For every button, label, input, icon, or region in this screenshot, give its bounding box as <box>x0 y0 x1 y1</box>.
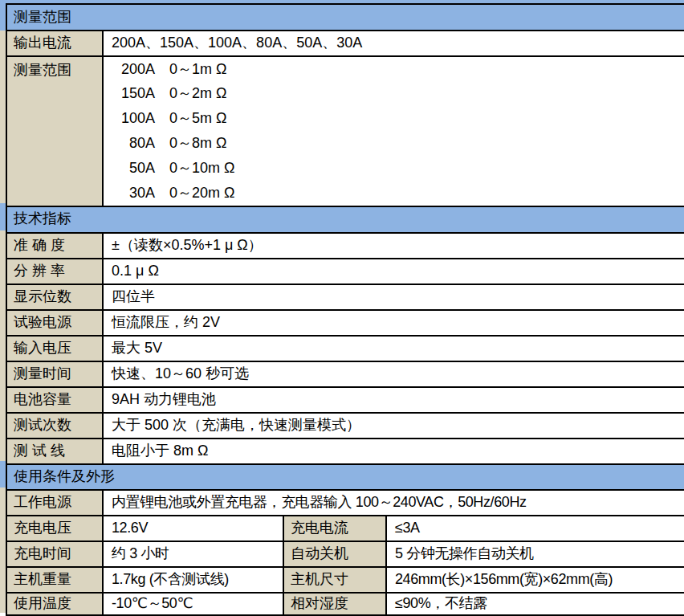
spec-value: -10℃～50℃ <box>103 593 283 615</box>
range-current: 100A <box>112 110 155 128</box>
table-row: 主机重量 1.7kg (不含测试线) 主机尺寸 246mm(长)×156mm(宽… <box>6 567 684 593</box>
range-line: 80A 0～8m Ω <box>112 131 681 156</box>
spec-value: 9AH 动力锂电池 <box>103 387 684 413</box>
range-value: 0～2m Ω <box>169 85 226 103</box>
table-row: 测试次数 大于 500 次（充满电，快速测量模式） <box>6 413 684 439</box>
spec-label: 使用温度 <box>6 593 103 615</box>
spec-label: 输出电流 <box>6 31 103 56</box>
spec-value: 恒流限压，约 2V <box>103 310 684 336</box>
range-current: 80A <box>112 135 155 153</box>
range-current: 50A <box>112 160 155 177</box>
spec-value: 0.1 μ Ω <box>103 259 684 284</box>
spec-label: 工作电源 <box>6 490 103 516</box>
range-value: 0～8m Ω <box>169 135 226 153</box>
spec-label: 分 辨 率 <box>6 259 103 284</box>
spec-label: 测 试 线 <box>6 439 103 464</box>
spec-value: 四位半 <box>103 284 684 310</box>
table-row: 输入电压 最大 5V <box>6 336 684 361</box>
spec-value: ≤90%，不结露 <box>386 593 684 615</box>
spec-label: 充电电流 <box>283 516 386 541</box>
table-row: 测 试 线 电阻小于 8m Ω <box>6 439 684 464</box>
table-row: 充电电压 12.6V 充电电流 ≤3A <box>6 516 684 541</box>
range-value: 0～5m Ω <box>169 110 226 128</box>
spec-value: ≤3A <box>386 516 684 541</box>
spec-label: 电池容量 <box>6 387 103 413</box>
spec-label: 相对湿度 <box>283 593 386 615</box>
section-header-measure: 测量范围 <box>6 4 684 31</box>
section-header-usage: 使用条件及外形 <box>6 464 684 490</box>
table-row: 分 辨 率 0.1 μ Ω <box>6 259 684 284</box>
table-row: 试验电源 恒流限压，约 2V <box>6 310 684 336</box>
spec-label: 试验电源 <box>6 310 103 336</box>
spec-value: 5 分钟无操作自动关机 <box>386 541 684 567</box>
table-row: 测量时间 快速、10～60 秒可选 <box>6 361 684 387</box>
range-value: 0～1m Ω <box>169 61 226 79</box>
spec-label: 主机尺寸 <box>283 567 386 593</box>
table-row-ranges: 测量范围 200A 0～1m Ω 150A 0～2m Ω 100A 0～5m Ω… <box>6 56 684 206</box>
table-row: 显示位数 四位半 <box>6 284 684 310</box>
table-row: 工作电源 内置锂电池或外置充电器，充电器输入 100～240VAC，50Hz/6… <box>6 490 684 516</box>
spec-label: 测量范围 <box>6 56 103 206</box>
spec-value: 内置锂电池或外置充电器，充电器输入 100～240VAC，50Hz/60Hz <box>103 490 684 516</box>
range-line: 30A 0～20m Ω <box>112 181 681 206</box>
table-row: 电池容量 9AH 动力锂电池 <box>6 387 684 413</box>
spec-value: 最大 5V <box>103 336 684 361</box>
spec-label: 充电电压 <box>6 516 103 541</box>
range-current: 200A <box>112 61 155 79</box>
range-line: 200A 0～1m Ω <box>112 57 681 82</box>
spec-label: 准 确 度 <box>6 233 103 259</box>
section-header-row: 技术指标 <box>6 206 684 233</box>
spec-value: 246mm(长)×156mm(宽)×62mm(高) <box>386 567 684 593</box>
spec-value: 1.7kg (不含测试线) <box>103 567 283 593</box>
spec-label: 测量时间 <box>6 361 103 387</box>
spec-label: 测试次数 <box>6 413 103 439</box>
range-list: 200A 0～1m Ω 150A 0～2m Ω 100A 0～5m Ω 80A … <box>103 56 684 206</box>
section-header-row: 使用条件及外形 <box>6 464 684 490</box>
section-header-tech: 技术指标 <box>6 206 684 233</box>
section-header-row: 测量范围 <box>6 4 684 31</box>
spec-value: 快速、10～60 秒可选 <box>103 361 684 387</box>
spec-value: 约 3 小时 <box>103 541 283 567</box>
table-row: 准 确 度 ±（读数×0.5%+1 μ Ω） <box>6 233 684 259</box>
spec-value: 大于 500 次（充满电，快速测量模式） <box>103 413 684 439</box>
table-row: 充电时间 约 3 小时 自动关机 5 分钟无操作自动关机 <box>6 541 684 567</box>
spec-value: 电阻小于 8m Ω <box>103 439 684 464</box>
range-value: 0～20m Ω <box>169 185 234 202</box>
spec-value: 200A、150A、100A、80A、50A、30A <box>103 31 684 56</box>
spec-value: ±（读数×0.5%+1 μ Ω） <box>103 233 684 259</box>
range-line: 100A 0～5m Ω <box>112 107 681 132</box>
spec-label: 显示位数 <box>6 284 103 310</box>
range-value: 0～10m Ω <box>169 160 234 177</box>
spec-table: 测量范围 输出电流 200A、150A、100A、80A、50A、30A 测量范… <box>6 3 684 616</box>
table-row: 使用温度 -10℃～50℃ 相对湿度 ≤90%，不结露 <box>6 593 684 615</box>
spec-label: 充电时间 <box>6 541 103 567</box>
spec-value: 12.6V <box>103 516 283 541</box>
table-row: 输出电流 200A、150A、100A、80A、50A、30A <box>6 31 684 56</box>
range-current: 30A <box>112 185 155 202</box>
spec-label: 输入电压 <box>6 336 103 361</box>
spec-sheet-page: 测量范围 输出电流 200A、150A、100A、80A、50A、30A 测量范… <box>0 0 684 616</box>
range-line: 150A 0～2m Ω <box>112 82 681 107</box>
range-current: 150A <box>112 85 155 103</box>
spec-label: 自动关机 <box>283 541 386 567</box>
range-line: 50A 0～10m Ω <box>112 156 681 181</box>
spec-label: 主机重量 <box>6 567 103 593</box>
